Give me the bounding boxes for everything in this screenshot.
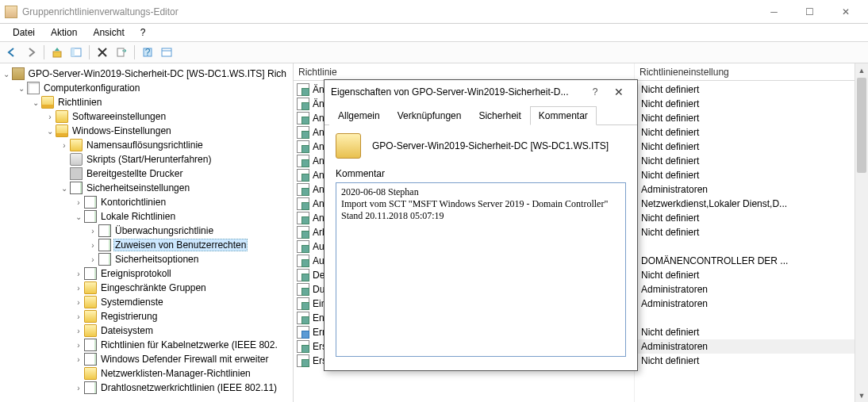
dialog-titlebar[interactable]: Eigenschaften von GPO-Server-Win2019-Sic… bbox=[325, 80, 637, 104]
expand-icon[interactable]: › bbox=[44, 113, 56, 121]
tab-allgemein[interactable]: Allgemein bbox=[329, 106, 389, 125]
expand-icon[interactable]: › bbox=[87, 227, 98, 235]
vertical-scrollbar[interactable]: ▲ ▼ bbox=[855, 63, 868, 402]
menu-help[interactable]: ? bbox=[133, 25, 154, 40]
setting-row[interactable]: Administratoren bbox=[635, 297, 868, 311]
setting-row[interactable]: Nicht definiert bbox=[635, 97, 868, 111]
tree-namens[interactable]: ›Namensauflösungsrichtlinie bbox=[59, 138, 293, 152]
tree-label: Ereignisprotokoll bbox=[99, 268, 173, 279]
expand-icon[interactable]: › bbox=[73, 384, 84, 392]
expand-icon[interactable]: ⌄ bbox=[73, 212, 84, 221]
setting-row[interactable]: Nicht definiert bbox=[635, 125, 868, 140]
setting-row[interactable]: Administratoren bbox=[635, 282, 868, 297]
setting-row[interactable]: Nicht definiert bbox=[635, 154, 868, 168]
expand-icon[interactable]: › bbox=[73, 298, 84, 307]
tree-lokal[interactable]: ⌄Lokale Richtlinien bbox=[73, 209, 293, 224]
expand-icon[interactable]: › bbox=[73, 312, 84, 321]
setting-value: Netzwerkdienst,Lokaler Dienst,D... bbox=[641, 198, 787, 209]
expand-icon[interactable]: › bbox=[59, 141, 70, 150]
setting-row[interactable]: Nicht definiert bbox=[635, 82, 868, 97]
folder-icon bbox=[56, 110, 68, 123]
setting-row[interactable]: ...Administratoren bbox=[635, 339, 868, 354]
tree-ereignis[interactable]: ›Ereignisprotokoll bbox=[73, 266, 293, 281]
setting-row[interactable]: Nicht definiert bbox=[635, 325, 868, 339]
tree-ueberwachung[interactable]: ›Überwachungsrichtlinie bbox=[87, 224, 293, 238]
tree-eingeschraenkt[interactable]: ›Eingeschränkte Gruppen bbox=[73, 281, 293, 295]
help-button[interactable]: ? bbox=[139, 44, 156, 61]
tree-sicherheitsopt[interactable]: ›Sicherheitsoptionen bbox=[87, 252, 293, 266]
dialog-help-button[interactable]: ? bbox=[583, 86, 607, 98]
scroll-up-icon[interactable]: ▲ bbox=[855, 63, 868, 77]
tree-software[interactable]: ›Softwareeinstellungen bbox=[44, 109, 293, 124]
setting-row[interactable] bbox=[635, 239, 868, 254]
tree-pane[interactable]: ⌄ GPO-Server-Win2019-Sicherheit-DC [WS-D… bbox=[0, 63, 294, 402]
setting-row[interactable]: DOMÄNENCONTROLLER DER ... bbox=[635, 254, 868, 268]
tree-label: Zuweisen von Benutzerrechten bbox=[113, 239, 248, 251]
expand-icon[interactable]: ⌄ bbox=[30, 98, 41, 107]
expand-icon[interactable]: ⌄ bbox=[2, 70, 12, 78]
tree-netzwerklisten[interactable]: Netzwerklisten-Manager-Richtlinien bbox=[73, 366, 293, 381]
tree-drucker[interactable]: Bereitgestellte Drucker bbox=[59, 167, 293, 181]
column-header-setting[interactable]: Richtlinieneinstellung bbox=[635, 63, 868, 81]
tree-skripts[interactable]: Skripts (Start/Herunterfahren) bbox=[59, 152, 293, 167]
setting-row[interactable]: Nicht definiert bbox=[635, 354, 868, 368]
wireless-icon bbox=[84, 381, 97, 394]
tree-drahtlos[interactable]: ›Drahtlosnetzwerkrichtlinien (IEEE 802.1… bbox=[73, 381, 293, 395]
tree-root[interactable]: ⌄ GPO-Server-Win2019-Sicherheit-DC [WS-D… bbox=[2, 67, 293, 81]
expand-icon[interactable]: › bbox=[73, 270, 84, 278]
tree-kabel[interactable]: ›Richtlinien für Kabelnetzwerke (IEEE 80… bbox=[73, 338, 293, 352]
comment-textarea[interactable] bbox=[336, 182, 626, 357]
setting-row[interactable]: Administratoren bbox=[635, 182, 868, 197]
expand-icon[interactable]: ⌄ bbox=[59, 184, 70, 193]
dialog-close-button[interactable]: ✕ bbox=[607, 86, 631, 98]
tree-systemdienste[interactable]: ›Systemdienste bbox=[73, 295, 293, 309]
show-hide-tree-button[interactable] bbox=[67, 44, 85, 61]
tree-zuweisen[interactable]: ›Zuweisen von Benutzerrechten bbox=[87, 238, 293, 252]
up-button[interactable] bbox=[48, 44, 66, 61]
back-button[interactable] bbox=[3, 44, 21, 61]
expand-icon[interactable]: ⌄ bbox=[16, 84, 27, 93]
app-icon bbox=[5, 6, 17, 18]
tree-defender[interactable]: ›Windows Defender Firewall mit erweiter bbox=[73, 352, 293, 366]
expand-icon[interactable]: › bbox=[87, 241, 98, 250]
expand-icon[interactable]: › bbox=[73, 327, 84, 335]
expand-icon[interactable]: › bbox=[73, 355, 84, 364]
properties-button[interactable] bbox=[158, 44, 175, 61]
expand-icon[interactable]: › bbox=[73, 341, 84, 350]
expand-icon[interactable]: › bbox=[73, 198, 84, 207]
tree-dateisystem[interactable]: ›Dateisystem bbox=[73, 324, 293, 338]
setting-row[interactable]: Nicht definiert bbox=[635, 140, 868, 154]
menu-datei[interactable]: Datei bbox=[5, 25, 43, 40]
forward-button[interactable] bbox=[22, 44, 40, 61]
expand-icon[interactable]: › bbox=[73, 284, 84, 293]
setting-value: Nicht definiert bbox=[641, 327, 699, 338]
scroll-thumb[interactable] bbox=[857, 78, 866, 173]
delete-button[interactable] bbox=[94, 44, 111, 61]
tree-computerconfig[interactable]: ⌄ Computerkonfiguration bbox=[16, 81, 293, 95]
export-button[interactable] bbox=[113, 44, 130, 61]
tree-registrierung[interactable]: ›Registrierung bbox=[73, 309, 293, 324]
tab-sicherheit[interactable]: Sicherheit bbox=[470, 106, 529, 125]
setting-row[interactable] bbox=[635, 311, 868, 325]
tree-richtlinien[interactable]: ⌄ Richtlinien bbox=[30, 95, 293, 109]
setting-row[interactable]: Netzwerkdienst,Lokaler Dienst,D... bbox=[635, 197, 868, 211]
tab-kommentar[interactable]: Kommentar bbox=[530, 106, 597, 125]
setting-row[interactable]: Nicht definiert bbox=[635, 225, 868, 239]
setting-row[interactable]: Nicht definiert bbox=[635, 211, 868, 225]
close-button[interactable]: ✕ bbox=[828, 0, 863, 23]
tree-windows[interactable]: ⌄Windows-Einstellungen bbox=[44, 124, 293, 138]
scroll-down-icon[interactable]: ▼ bbox=[855, 389, 868, 402]
menu-ansicht[interactable]: Ansicht bbox=[85, 25, 132, 40]
minimize-button[interactable]: ─ bbox=[756, 0, 792, 23]
expand-icon[interactable]: ⌄ bbox=[44, 127, 56, 136]
maximize-button[interactable]: ☐ bbox=[792, 0, 828, 23]
menu-aktion[interactable]: Aktion bbox=[43, 25, 85, 40]
tree-konto[interactable]: ›Kontorichtlinien bbox=[73, 195, 293, 209]
setting-row[interactable]: Nicht definiert bbox=[635, 111, 868, 125]
tab-verknuepfungen[interactable]: Verknüpfungen bbox=[389, 106, 470, 125]
setting-row[interactable]: Nicht definiert bbox=[635, 168, 868, 182]
expand-icon[interactable]: › bbox=[87, 255, 98, 264]
setting-row[interactable]: Nicht definiert bbox=[635, 268, 868, 282]
tree-sicherheit[interactable]: ⌄Sicherheitseinstellungen bbox=[59, 181, 293, 195]
column-header-policy[interactable]: Richtlinie bbox=[294, 63, 634, 81]
